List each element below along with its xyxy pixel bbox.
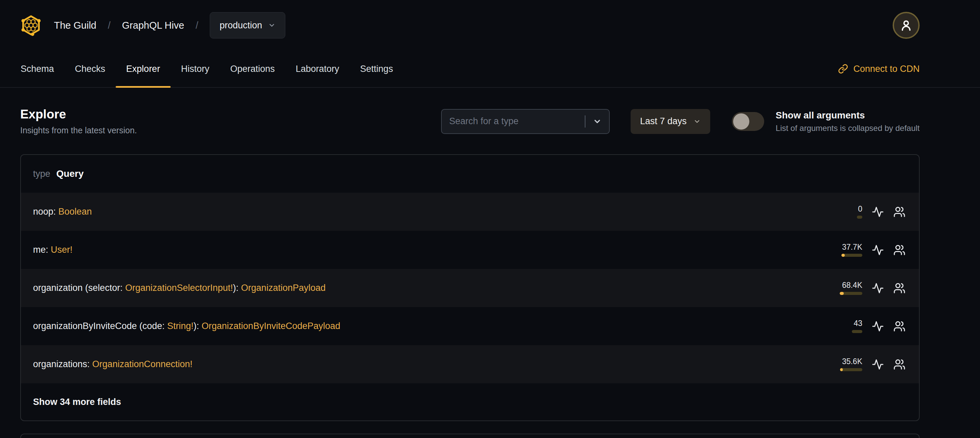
field-stats: 68.4K [837, 282, 905, 295]
table-row[interactable]: organization (selector: OrganizationSele… [21, 269, 919, 307]
connect-to-cdn-label: Connect to CDN [853, 64, 920, 74]
link-icon [838, 64, 848, 74]
type-name: Query [56, 168, 84, 179]
usage-bar [857, 216, 862, 219]
usage-bar [852, 330, 862, 333]
usage-bar [840, 368, 862, 371]
tab-operations[interactable]: Operations [220, 51, 285, 87]
type-search-combobox[interactable] [441, 109, 610, 134]
activity-icon[interactable] [872, 206, 884, 218]
field-signature: organization (selector: OrganizationSele… [33, 283, 837, 293]
breadcrumb-separator: / [196, 20, 198, 31]
target-selector[interactable]: production [210, 12, 285, 38]
users-icon[interactable] [893, 206, 905, 218]
show-all-arguments-toggle[interactable] [732, 112, 764, 131]
top-header: The Guild / GraphQL Hive / production Sc… [0, 0, 980, 88]
tab-checks[interactable]: Checks [64, 51, 116, 87]
field-list: noop: Boolean 0 me: User! 37.7K [21, 193, 919, 383]
activity-icon[interactable] [872, 282, 884, 294]
field-stats: 37.7K [837, 243, 905, 257]
chevron-down-icon [694, 118, 701, 125]
page-title: Explore [20, 107, 137, 121]
field-signature: organizations: OrganizationConnection! [33, 359, 837, 370]
field-stats: 43 [837, 320, 905, 333]
person-icon [900, 19, 913, 32]
next-type-card-peek [20, 433, 920, 438]
toggle-thumb [733, 113, 749, 130]
hive-logo-icon[interactable] [20, 14, 42, 36]
field-usage-count: 68.4K [842, 282, 862, 289]
activity-icon[interactable] [872, 358, 884, 371]
field-usage-count: 37.7K [842, 243, 862, 251]
activity-icon[interactable] [872, 244, 884, 256]
chevron-down-icon[interactable] [593, 117, 601, 126]
breadcrumb-org[interactable]: The Guild [54, 20, 97, 31]
field-usage-count: 35.6K [842, 358, 862, 365]
type-kind-label: type [33, 169, 50, 179]
field-usage-count: 43 [854, 320, 862, 327]
type-card-header[interactable]: type Query [21, 155, 919, 193]
users-icon[interactable] [893, 282, 905, 294]
table-row[interactable]: organizationByInviteCode (code: String!)… [21, 307, 919, 345]
tab-settings[interactable]: Settings [350, 51, 404, 87]
explore-page: Explore Insights from the latest version… [0, 107, 980, 438]
page-subtitle: Insights from the latest version. [20, 126, 137, 135]
users-icon[interactable] [893, 244, 905, 256]
tab-history[interactable]: History [171, 51, 220, 87]
activity-icon[interactable] [872, 320, 884, 332]
explore-controls: Last 7 days Show all arguments List of a… [441, 109, 920, 134]
breadcrumb-project[interactable]: GraphQL Hive [122, 20, 184, 31]
show-more-fields-button[interactable]: Show 34 more fields [21, 383, 919, 420]
type-card-query: type Query noop: Boolean 0 me: Us [20, 154, 920, 421]
field-usage-count: 0 [858, 205, 862, 213]
field-stats: 35.6K [837, 358, 905, 371]
user-avatar[interactable] [892, 12, 920, 39]
usage-bar [840, 292, 862, 295]
tab-explorer[interactable]: Explorer [116, 51, 171, 87]
breadcrumb: The Guild / GraphQL Hive / production [0, 0, 980, 51]
tab-schema[interactable]: Schema [10, 51, 64, 87]
users-icon[interactable] [893, 320, 905, 332]
table-row[interactable]: noop: Boolean 0 [21, 193, 919, 231]
table-row[interactable]: organizations: OrganizationConnection! 3… [21, 345, 919, 383]
chevron-down-icon [268, 22, 275, 29]
toggle-label: Show all arguments [776, 110, 920, 121]
search-divider [585, 115, 585, 127]
field-signature: me: User! [33, 245, 837, 255]
table-row[interactable]: me: User! 37.7K [21, 231, 919, 269]
tab-laboratory[interactable]: Laboratory [285, 51, 350, 87]
field-stats: 0 [837, 205, 905, 219]
toggle-hint: List of arguments is collapsed by defaul… [776, 124, 920, 133]
target-selector-value: production [220, 20, 262, 31]
connect-to-cdn-link[interactable]: Connect to CDN [838, 64, 920, 74]
tab-bar: SchemaChecksExplorerHistoryOperationsLab… [0, 51, 980, 88]
period-select[interactable]: Last 7 days [631, 109, 710, 134]
breadcrumb-separator: / [108, 20, 111, 31]
field-signature: noop: Boolean [33, 207, 837, 217]
search-input[interactable] [449, 116, 581, 127]
field-signature: organizationByInviteCode (code: String!)… [33, 321, 837, 331]
usage-bar [842, 254, 862, 257]
period-select-value: Last 7 days [640, 116, 687, 127]
users-icon[interactable] [893, 358, 905, 371]
